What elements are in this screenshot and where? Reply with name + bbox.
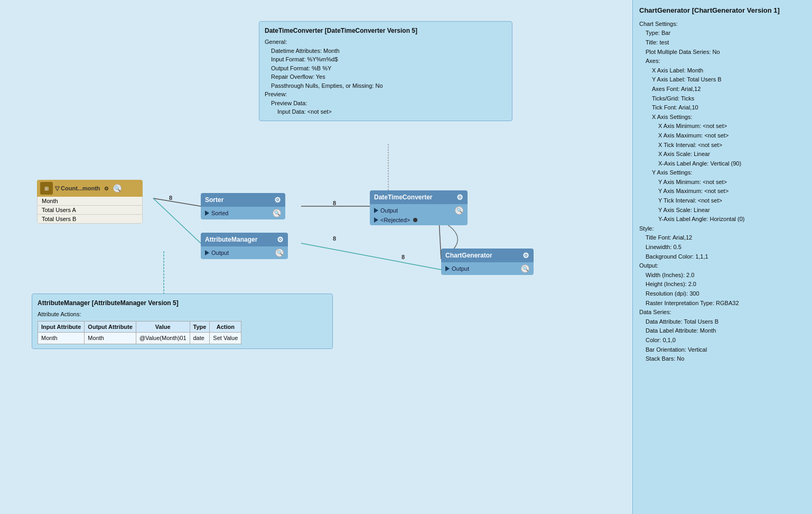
sorter-ports: Sorted 🔍 xyxy=(201,207,285,219)
cg-y-label-angle: Y-Axis Label Angle: Horizontal (0) xyxy=(658,215,806,224)
sorter-title: Sorter xyxy=(205,196,223,204)
cg-data-attr: Data Attribute: Total Users B xyxy=(646,317,806,327)
cg-output: Output: xyxy=(639,261,806,271)
cg-x-min: X Axis Minimum: <not set> xyxy=(658,122,806,131)
sorter-gear-button[interactable]: ⚙ xyxy=(274,196,281,204)
cg-port-output: Output 🔍 xyxy=(443,263,531,274)
dt-input-data: Input Data: <not set> xyxy=(277,107,507,116)
cg-eye-button[interactable]: 🔍 xyxy=(521,264,529,273)
dt-field-3: Repair Overflow: Yes xyxy=(271,72,507,81)
datetime-converter-tooltip: DateTimeConverter [DateTimeConverter Ver… xyxy=(259,21,512,121)
conn-label-1: 8 xyxy=(169,195,172,201)
cg-bar-orientation: Bar Orientation: Vertical xyxy=(646,345,806,355)
dt-port-output-label: Output xyxy=(380,207,398,214)
dt-preview-data-label: Preview Data: xyxy=(271,99,507,108)
cg-chart-settings: Chart Settings: xyxy=(639,20,806,29)
count-node-eye-button[interactable]: 🔍 xyxy=(113,184,122,192)
cg-axes: Axes: xyxy=(646,57,806,66)
port-triangle-sorted xyxy=(205,210,209,216)
cg-height: Height (Inches): 2.0 xyxy=(646,280,806,289)
dt-port-rejected-label: <Rejected> xyxy=(380,217,410,223)
attr-port-output-label: Output xyxy=(211,250,229,256)
chart-generator-title: ChartGenerator xyxy=(445,252,492,259)
count-port-total-a: Total Users A xyxy=(38,206,142,215)
cg-port-output-label: Output xyxy=(452,265,469,272)
svg-line-3 xyxy=(301,243,441,270)
count-port-month: Month xyxy=(38,197,142,206)
cg-linewidth: Linewidth: 0.5 xyxy=(646,243,806,252)
sorter-eye-button[interactable]: 🔍 xyxy=(273,209,281,217)
cg-x-max: X Axis Maximum: <not set> xyxy=(658,131,806,141)
cg-x-axis-label: X Axis Label: Month xyxy=(652,66,806,76)
count-node-gear-button[interactable]: ⚙ xyxy=(102,184,111,192)
dt-field-1: Input Format: %Y%m%d$ xyxy=(271,55,507,64)
am-tooltip-title: AttributeManager [AttributeManager Versi… xyxy=(38,298,327,308)
dt-general-label: General: xyxy=(265,39,287,45)
datetime-converter-ports: Output 🔍 <Rejected> xyxy=(370,204,468,225)
cg-y-min: Y Axis Minimum: <not set> xyxy=(658,178,806,187)
am-attr-actions-label: Attribute Actions: xyxy=(38,310,327,319)
cg-width: Width (Inches): 2.0 xyxy=(646,271,806,280)
cg-ticks-grid: Ticks/Grid: Ticks xyxy=(652,94,806,104)
cg-stack-bars: Stack Bars: No xyxy=(646,354,806,364)
chart-generator-panel: ChartGenerator [ChartGenerator Version 1… xyxy=(632,0,812,514)
dt-eye-button[interactable]: 🔍 xyxy=(455,206,463,215)
am-col-action: Action xyxy=(210,321,241,333)
port-triangle-cg-output xyxy=(445,266,450,271)
dt-tooltip-title: DateTimeConverter [DateTimeConverter Ver… xyxy=(265,26,507,35)
chart-generator-header: ChartGenerator ⚙ xyxy=(441,249,534,262)
cg-title-font: Title Font: Arial,12 xyxy=(646,233,806,243)
dt-tooltip-general: General: Datetime Attributes: Month Inpu… xyxy=(265,38,507,90)
count-node-ports: Month Total Users A Total Users B xyxy=(37,197,143,224)
cg-y-max: Y Axis Maximum: <not set> xyxy=(658,187,806,196)
count-port-total-b: Total Users B xyxy=(38,215,142,223)
cg-x-scale: X Axis Scale: Linear xyxy=(658,150,806,159)
cg-bg-color: Background Color: 1,1,1 xyxy=(646,252,806,262)
attribute-manager-gear-button[interactable]: ⚙ xyxy=(277,235,284,244)
chart-generator-gear-button[interactable]: ⚙ xyxy=(522,251,529,260)
port-triangle-dt-rejected xyxy=(374,217,378,223)
cg-y-tick: Y Tick Interval: <not set> xyxy=(658,196,806,206)
sorter-port-sorted: Sorted 🔍 xyxy=(203,208,283,218)
dt-port-rejected: <Rejected> xyxy=(372,216,465,224)
datetime-converter-header: DateTimeConverter ⚙ xyxy=(370,190,468,204)
cg-plot-multiple: Plot Multiple Data Series: No xyxy=(646,48,806,57)
svg-line-0 xyxy=(153,198,201,206)
attribute-manager-title: AttributeManager xyxy=(205,236,257,243)
count-node: ⊞ ▽ Count...month ⚙ 🔍 Month Total Users … xyxy=(37,180,143,224)
conn-label-4: 8 xyxy=(402,254,405,260)
conn-label-3: 8 xyxy=(333,235,336,242)
cg-color: Color: 0,1,0 xyxy=(646,336,806,345)
count-node-header: ⊞ ▽ Count...month ⚙ 🔍 xyxy=(37,180,143,197)
datetime-converter-node: DateTimeConverter ⚙ Output 🔍 <Rejected> xyxy=(370,190,468,225)
am-col-output: Output Attribute xyxy=(85,321,136,333)
table-row: MonthMonth@Value(Month)01dateSet Value xyxy=(38,333,241,344)
dt-field-0: Datetime Attributes: Month xyxy=(271,47,507,56)
cg-style: Style: xyxy=(639,224,806,234)
cg-y-axis-label: Y Axis Label: Total Users B xyxy=(652,75,806,85)
chart-generator-node: ChartGenerator ⚙ Output 🔍 xyxy=(441,249,534,275)
dt-preview-label: Preview: xyxy=(265,91,287,97)
am-col-input: Input Attribute xyxy=(38,321,85,333)
count-node-title: ▽ Count...month xyxy=(55,185,100,192)
dt-field-4: Passthrough Nulls, Empties, or Missing: … xyxy=(271,81,507,90)
cg-title-val: Title: test xyxy=(646,38,806,48)
cg-x-tick: X Tick Interval: <not set> xyxy=(658,141,806,150)
dt-rejected-dot xyxy=(413,218,417,222)
attr-manager-eye-button[interactable]: 🔍 xyxy=(275,249,284,257)
cg-axes-font: Axes Font: Arial,12 xyxy=(652,85,806,94)
attr-port-output: Output 🔍 xyxy=(203,247,286,258)
datetime-converter-gear-button[interactable]: ⚙ xyxy=(456,193,463,201)
cg-data-series: Data Series: xyxy=(639,308,806,317)
dt-preview-section: Preview: Preview Data: Input Data: <not … xyxy=(265,90,507,116)
port-triangle-dt-output xyxy=(374,208,378,213)
chart-generator-ports: Output 🔍 xyxy=(441,262,534,275)
cg-y-scale: Y Axis Scale: Linear xyxy=(658,206,806,215)
cg-type: Type: Bar xyxy=(646,29,806,38)
count-node-icon: ⊞ xyxy=(40,182,53,195)
svg-line-1 xyxy=(153,198,201,243)
canvas: ⊞ ▽ Count...month ⚙ 🔍 Month Total Users … xyxy=(0,0,812,514)
conn-label-2: 8 xyxy=(333,200,336,206)
datetime-converter-title: DateTimeConverter xyxy=(374,194,432,201)
am-col-type: Type xyxy=(190,321,210,333)
